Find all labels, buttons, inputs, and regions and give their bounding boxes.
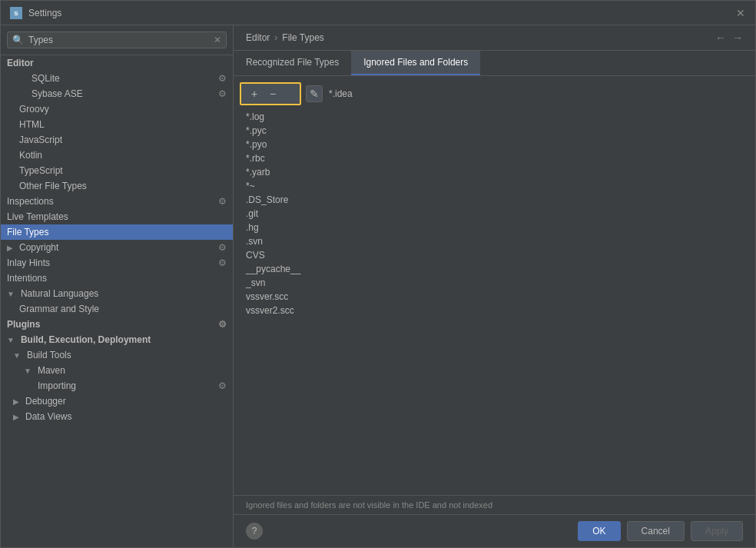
sidebar-item-intentions[interactable]: Intentions — [1, 271, 233, 286]
close-button[interactable]: ✕ — [735, 8, 746, 18]
sidebar-item-html[interactable]: HTML — [1, 117, 233, 132]
groovy-label: Groovy — [19, 104, 49, 115]
settings-icon-inlay: ⚙ — [218, 257, 227, 268]
list-item[interactable]: vssver2.scc — [240, 304, 749, 317]
inspections-label: Inspections — [7, 196, 54, 207]
copyright-label: Copyright — [19, 242, 58, 253]
settings-icon-sybase: ⚙ — [218, 88, 227, 99]
sidebar-item-groovy[interactable]: Groovy — [1, 101, 233, 117]
remove-button[interactable]: − — [264, 85, 281, 102]
add-button[interactable]: + — [246, 85, 263, 102]
selected-item-box: + − — [240, 82, 301, 105]
settings-icon-importing: ⚙ — [218, 380, 227, 391]
breadcrumb-bar: Editor › File Types ← → — [234, 25, 755, 51]
list-item[interactable]: *.yarb — [240, 165, 749, 179]
sidebar-item-natural-languages[interactable]: ▼ Natural Languages — [1, 286, 233, 301]
sidebar-item-file-types[interactable]: File Types — [1, 224, 233, 240]
sidebar-item-inlay-hints[interactable]: Inlay Hints ⚙ — [1, 255, 233, 271]
tabs-bar: Recognized File Types Ignored Files and … — [234, 51, 755, 76]
list-item[interactable]: .git — [240, 207, 749, 221]
sidebar-item-copyright[interactable]: ▶ Copyright ⚙ — [1, 240, 233, 255]
settings-icon: ⚙ — [218, 73, 227, 84]
sidebar-item-debugger[interactable]: ▶ Debugger — [1, 394, 233, 409]
nav-back-button[interactable]: ← — [715, 32, 726, 44]
sidebar-item-importing[interactable]: Importing ⚙ — [1, 378, 233, 394]
svg-text:S: S — [14, 10, 18, 17]
plugins-label: Plugins — [7, 319, 40, 330]
sidebar-section-build-execution[interactable]: ▼ Build, Execution, Deployment — [1, 332, 233, 347]
list-item[interactable]: *.pyc — [240, 124, 749, 138]
javascript-label: JavaScript — [19, 135, 62, 145]
list-item[interactable]: *.rbc — [240, 151, 749, 165]
edit-button[interactable]: ✎ — [306, 85, 323, 102]
sidebar-item-other-file-types[interactable]: Other File Types — [1, 178, 233, 194]
file-types-label: File Types — [7, 227, 48, 237]
content-area: 🔍 ✕ Editor SQLite ⚙ Sybase ASE — [1, 25, 755, 547]
list-item[interactable]: _svn — [240, 276, 749, 290]
build-tools-label: Build Tools — [27, 350, 71, 360]
panel-content: + − ✎ *.idea *.log *.pyc *.pyo — [234, 76, 755, 495]
list-item[interactable]: *.pyo — [240, 138, 749, 151]
settings-icon-plugins: ⚙ — [218, 319, 227, 330]
breadcrumb-current: File Types — [282, 32, 323, 43]
importing-label: Importing — [38, 380, 76, 391]
maven-label: Maven — [38, 365, 65, 376]
settings-window: S Settings ✕ 🔍 ✕ Editor — [0, 0, 756, 548]
apply-button[interactable]: Apply — [691, 521, 743, 541]
toolbar-row: + − ✎ *.idea — [240, 82, 749, 105]
nav-arrows: ← → — [715, 32, 743, 44]
sidebar-section-plugins[interactable]: Plugins ⚙ — [1, 317, 233, 332]
tab-ignored-files-folders[interactable]: Ignored Files and Folders — [351, 51, 480, 75]
html-label: HTML — [19, 119, 45, 130]
list-item[interactable]: .hg — [240, 221, 749, 234]
sidebar-item-kotlin[interactable]: Kotlin — [1, 148, 233, 163]
breadcrumb-parent: Editor — [246, 32, 270, 43]
list-item[interactable]: CVS — [240, 248, 749, 262]
sidebar-item-sybase[interactable]: Sybase ASE ⚙ — [1, 86, 233, 101]
cancel-button[interactable]: Cancel — [627, 521, 685, 541]
build-exec-expand-icon: ▼ — [7, 336, 15, 344]
list-item[interactable]: __pycache__ — [240, 262, 749, 276]
inlay-hints-label: Inlay Hints — [7, 257, 50, 268]
debugger-expand-icon: ▶ — [13, 397, 19, 406]
sidebar-item-build-tools[interactable]: ▼ Build Tools — [1, 347, 233, 363]
natural-expand-icon: ▼ — [7, 290, 15, 298]
natural-languages-label: Natural Languages — [21, 288, 98, 299]
tab-recognized-file-types[interactable]: Recognized File Types — [234, 51, 351, 75]
help-button[interactable]: ? — [246, 523, 263, 540]
sidebar-item-javascript[interactable]: JavaScript — [1, 132, 233, 148]
list-item[interactable]: .DS_Store — [240, 193, 749, 207]
sidebar-item-inspections[interactable]: Inspections ⚙ — [1, 194, 233, 209]
sybase-label: Sybase ASE — [32, 88, 83, 99]
search-wrapper: 🔍 ✕ — [7, 32, 227, 48]
search-box: 🔍 ✕ — [1, 25, 233, 55]
status-text: Ignored files and folders are not visibl… — [246, 500, 492, 510]
sidebar-scroll: Editor SQLite ⚙ Sybase ASE ⚙ Groovy — [1, 55, 233, 547]
list-item[interactable]: *~ — [240, 179, 749, 193]
sidebar-item-grammar-style[interactable]: Grammar and Style — [1, 301, 233, 317]
list-item[interactable]: *.log — [240, 110, 749, 124]
sidebar-item-live-templates[interactable]: Live Templates — [1, 209, 233, 224]
sidebar-item-sqlite[interactable]: SQLite ⚙ — [1, 71, 233, 86]
list-item[interactable]: .svn — [240, 234, 749, 248]
sidebar-item-maven[interactable]: ▼ Maven — [1, 363, 233, 378]
sidebar-section-editor[interactable]: Editor — [1, 55, 233, 71]
search-input[interactable] — [28, 35, 209, 45]
kotlin-label: Kotlin — [19, 150, 42, 161]
live-templates-label: Live Templates — [7, 211, 68, 222]
app-icon: S — [10, 7, 22, 19]
ok-button[interactable]: OK — [578, 521, 620, 541]
nav-forward-button[interactable]: → — [732, 32, 743, 44]
search-icon: 🔍 — [12, 35, 24, 45]
data-views-expand-icon: ▶ — [13, 413, 19, 421]
maven-expand-icon: ▼ — [24, 367, 32, 375]
status-bar: Ignored files and folders are not visibl… — [234, 495, 755, 514]
intentions-label: Intentions — [7, 273, 47, 284]
debugger-label: Debugger — [25, 396, 66, 407]
bottom-bar: ? OK Cancel Apply — [234, 514, 755, 547]
search-clear-button[interactable]: ✕ — [214, 35, 221, 45]
sidebar-item-typescript[interactable]: TypeScript — [1, 163, 233, 178]
sidebar-item-data-views[interactable]: ▶ Data Views — [1, 409, 233, 424]
list-item[interactable]: vssver.scc — [240, 290, 749, 304]
title-bar: S Settings ✕ — [1, 1, 755, 25]
